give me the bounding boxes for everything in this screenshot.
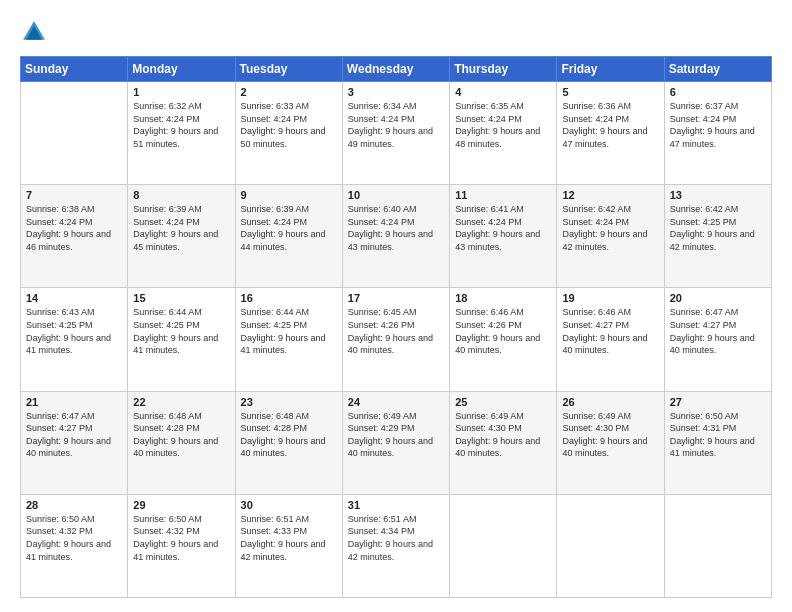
day-number: 24 bbox=[348, 396, 444, 408]
calendar-cell: 21Sunrise: 6:47 AMSunset: 4:27 PMDayligh… bbox=[21, 391, 128, 494]
calendar-cell: 31Sunrise: 6:51 AMSunset: 4:34 PMDayligh… bbox=[342, 494, 449, 597]
calendar-cell: 13Sunrise: 6:42 AMSunset: 4:25 PMDayligh… bbox=[664, 185, 771, 288]
day-info: Sunrise: 6:36 AMSunset: 4:24 PMDaylight:… bbox=[562, 100, 658, 150]
column-header-tuesday: Tuesday bbox=[235, 57, 342, 82]
calendar-cell: 9Sunrise: 6:39 AMSunset: 4:24 PMDaylight… bbox=[235, 185, 342, 288]
day-info: Sunrise: 6:35 AMSunset: 4:24 PMDaylight:… bbox=[455, 100, 551, 150]
day-info: Sunrise: 6:50 AMSunset: 4:31 PMDaylight:… bbox=[670, 410, 766, 460]
calendar-cell: 16Sunrise: 6:44 AMSunset: 4:25 PMDayligh… bbox=[235, 288, 342, 391]
calendar-cell bbox=[664, 494, 771, 597]
day-info: Sunrise: 6:47 AMSunset: 4:27 PMDaylight:… bbox=[670, 306, 766, 356]
day-info: Sunrise: 6:37 AMSunset: 4:24 PMDaylight:… bbox=[670, 100, 766, 150]
day-info: Sunrise: 6:42 AMSunset: 4:24 PMDaylight:… bbox=[562, 203, 658, 253]
calendar-header-row: SundayMondayTuesdayWednesdayThursdayFrid… bbox=[21, 57, 772, 82]
day-info: Sunrise: 6:48 AMSunset: 4:28 PMDaylight:… bbox=[133, 410, 229, 460]
calendar-cell: 27Sunrise: 6:50 AMSunset: 4:31 PMDayligh… bbox=[664, 391, 771, 494]
calendar-cell bbox=[557, 494, 664, 597]
day-number: 1 bbox=[133, 86, 229, 98]
day-info: Sunrise: 6:32 AMSunset: 4:24 PMDaylight:… bbox=[133, 100, 229, 150]
day-info: Sunrise: 6:48 AMSunset: 4:28 PMDaylight:… bbox=[241, 410, 337, 460]
calendar-cell: 24Sunrise: 6:49 AMSunset: 4:29 PMDayligh… bbox=[342, 391, 449, 494]
day-number: 19 bbox=[562, 292, 658, 304]
day-info: Sunrise: 6:40 AMSunset: 4:24 PMDaylight:… bbox=[348, 203, 444, 253]
column-header-wednesday: Wednesday bbox=[342, 57, 449, 82]
day-info: Sunrise: 6:49 AMSunset: 4:30 PMDaylight:… bbox=[455, 410, 551, 460]
calendar-cell: 4Sunrise: 6:35 AMSunset: 4:24 PMDaylight… bbox=[450, 82, 557, 185]
day-info: Sunrise: 6:50 AMSunset: 4:32 PMDaylight:… bbox=[26, 513, 122, 563]
calendar-cell: 20Sunrise: 6:47 AMSunset: 4:27 PMDayligh… bbox=[664, 288, 771, 391]
day-number: 21 bbox=[26, 396, 122, 408]
calendar-cell: 28Sunrise: 6:50 AMSunset: 4:32 PMDayligh… bbox=[21, 494, 128, 597]
day-info: Sunrise: 6:44 AMSunset: 4:25 PMDaylight:… bbox=[241, 306, 337, 356]
day-info: Sunrise: 6:41 AMSunset: 4:24 PMDaylight:… bbox=[455, 203, 551, 253]
calendar-cell: 29Sunrise: 6:50 AMSunset: 4:32 PMDayligh… bbox=[128, 494, 235, 597]
calendar-cell: 25Sunrise: 6:49 AMSunset: 4:30 PMDayligh… bbox=[450, 391, 557, 494]
day-info: Sunrise: 6:46 AMSunset: 4:27 PMDaylight:… bbox=[562, 306, 658, 356]
calendar-cell: 26Sunrise: 6:49 AMSunset: 4:30 PMDayligh… bbox=[557, 391, 664, 494]
calendar-cell: 14Sunrise: 6:43 AMSunset: 4:25 PMDayligh… bbox=[21, 288, 128, 391]
day-info: Sunrise: 6:50 AMSunset: 4:32 PMDaylight:… bbox=[133, 513, 229, 563]
day-number: 12 bbox=[562, 189, 658, 201]
calendar-cell bbox=[21, 82, 128, 185]
calendar-cell: 3Sunrise: 6:34 AMSunset: 4:24 PMDaylight… bbox=[342, 82, 449, 185]
day-number: 14 bbox=[26, 292, 122, 304]
day-number: 26 bbox=[562, 396, 658, 408]
day-number: 16 bbox=[241, 292, 337, 304]
day-info: Sunrise: 6:46 AMSunset: 4:26 PMDaylight:… bbox=[455, 306, 551, 356]
calendar-cell: 18Sunrise: 6:46 AMSunset: 4:26 PMDayligh… bbox=[450, 288, 557, 391]
calendar-cell: 7Sunrise: 6:38 AMSunset: 4:24 PMDaylight… bbox=[21, 185, 128, 288]
day-info: Sunrise: 6:42 AMSunset: 4:25 PMDaylight:… bbox=[670, 203, 766, 253]
column-header-saturday: Saturday bbox=[664, 57, 771, 82]
day-number: 30 bbox=[241, 499, 337, 511]
calendar-table: SundayMondayTuesdayWednesdayThursdayFrid… bbox=[20, 56, 772, 598]
week-row-2: 7Sunrise: 6:38 AMSunset: 4:24 PMDaylight… bbox=[21, 185, 772, 288]
day-info: Sunrise: 6:44 AMSunset: 4:25 PMDaylight:… bbox=[133, 306, 229, 356]
day-info: Sunrise: 6:34 AMSunset: 4:24 PMDaylight:… bbox=[348, 100, 444, 150]
day-info: Sunrise: 6:47 AMSunset: 4:27 PMDaylight:… bbox=[26, 410, 122, 460]
calendar-cell: 22Sunrise: 6:48 AMSunset: 4:28 PMDayligh… bbox=[128, 391, 235, 494]
day-number: 9 bbox=[241, 189, 337, 201]
calendar-cell: 11Sunrise: 6:41 AMSunset: 4:24 PMDayligh… bbox=[450, 185, 557, 288]
day-number: 27 bbox=[670, 396, 766, 408]
calendar-cell bbox=[450, 494, 557, 597]
day-number: 15 bbox=[133, 292, 229, 304]
calendar-cell: 17Sunrise: 6:45 AMSunset: 4:26 PMDayligh… bbox=[342, 288, 449, 391]
day-info: Sunrise: 6:33 AMSunset: 4:24 PMDaylight:… bbox=[241, 100, 337, 150]
day-number: 3 bbox=[348, 86, 444, 98]
calendar-cell: 10Sunrise: 6:40 AMSunset: 4:24 PMDayligh… bbox=[342, 185, 449, 288]
day-number: 11 bbox=[455, 189, 551, 201]
column-header-friday: Friday bbox=[557, 57, 664, 82]
day-number: 4 bbox=[455, 86, 551, 98]
day-info: Sunrise: 6:43 AMSunset: 4:25 PMDaylight:… bbox=[26, 306, 122, 356]
day-number: 2 bbox=[241, 86, 337, 98]
calendar-cell: 2Sunrise: 6:33 AMSunset: 4:24 PMDaylight… bbox=[235, 82, 342, 185]
column-header-sunday: Sunday bbox=[21, 57, 128, 82]
day-info: Sunrise: 6:51 AMSunset: 4:33 PMDaylight:… bbox=[241, 513, 337, 563]
column-header-monday: Monday bbox=[128, 57, 235, 82]
header bbox=[20, 18, 772, 46]
column-header-thursday: Thursday bbox=[450, 57, 557, 82]
day-info: Sunrise: 6:38 AMSunset: 4:24 PMDaylight:… bbox=[26, 203, 122, 253]
calendar-cell: 5Sunrise: 6:36 AMSunset: 4:24 PMDaylight… bbox=[557, 82, 664, 185]
calendar-cell: 23Sunrise: 6:48 AMSunset: 4:28 PMDayligh… bbox=[235, 391, 342, 494]
logo bbox=[20, 18, 52, 46]
calendar-cell: 30Sunrise: 6:51 AMSunset: 4:33 PMDayligh… bbox=[235, 494, 342, 597]
day-number: 23 bbox=[241, 396, 337, 408]
week-row-1: 1Sunrise: 6:32 AMSunset: 4:24 PMDaylight… bbox=[21, 82, 772, 185]
day-number: 6 bbox=[670, 86, 766, 98]
day-number: 22 bbox=[133, 396, 229, 408]
page: SundayMondayTuesdayWednesdayThursdayFrid… bbox=[0, 0, 792, 612]
calendar-cell: 6Sunrise: 6:37 AMSunset: 4:24 PMDaylight… bbox=[664, 82, 771, 185]
day-info: Sunrise: 6:45 AMSunset: 4:26 PMDaylight:… bbox=[348, 306, 444, 356]
logo-icon bbox=[20, 18, 48, 46]
day-number: 8 bbox=[133, 189, 229, 201]
day-number: 10 bbox=[348, 189, 444, 201]
day-info: Sunrise: 6:39 AMSunset: 4:24 PMDaylight:… bbox=[241, 203, 337, 253]
day-number: 13 bbox=[670, 189, 766, 201]
day-number: 31 bbox=[348, 499, 444, 511]
day-info: Sunrise: 6:49 AMSunset: 4:30 PMDaylight:… bbox=[562, 410, 658, 460]
day-number: 28 bbox=[26, 499, 122, 511]
day-number: 29 bbox=[133, 499, 229, 511]
week-row-4: 21Sunrise: 6:47 AMSunset: 4:27 PMDayligh… bbox=[21, 391, 772, 494]
week-row-5: 28Sunrise: 6:50 AMSunset: 4:32 PMDayligh… bbox=[21, 494, 772, 597]
